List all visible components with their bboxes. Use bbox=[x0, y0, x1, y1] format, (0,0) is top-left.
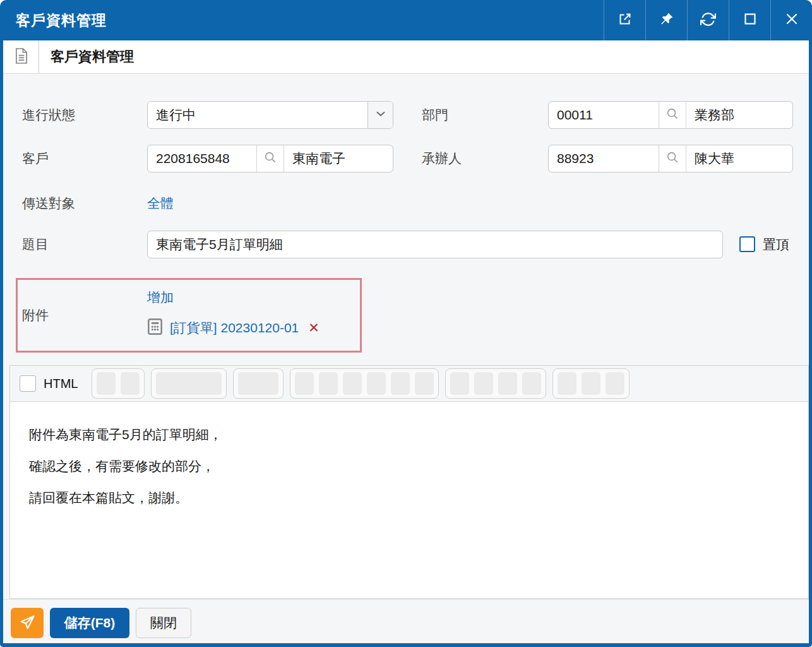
department-code-input[interactable] bbox=[549, 102, 659, 128]
handler-lookup: 陳大華 bbox=[548, 145, 793, 172]
toolbar-button-placeholder[interactable] bbox=[450, 372, 469, 395]
editor-text-line: 請回覆在本篇貼文，謝謝。 bbox=[29, 482, 789, 514]
editor-toolbar: HTML bbox=[10, 366, 808, 402]
department-search-button[interactable] bbox=[659, 102, 686, 128]
attachment-label: 附件 bbox=[22, 280, 49, 351]
toolbar-button-placeholder[interactable] bbox=[606, 372, 624, 395]
document-icon-cell bbox=[3, 40, 39, 73]
window-title: 客戶資料管理 bbox=[0, 0, 604, 40]
maximize-button[interactable] bbox=[729, 0, 770, 40]
attachment-remove-button[interactable]: ✕ bbox=[308, 320, 319, 336]
attachment-file-icon bbox=[147, 318, 163, 338]
content-editor: HTML 附件為東南電子5月的訂單明細， 確認之後，有需要修改的部分， 請回覆在… bbox=[9, 365, 809, 599]
pin-top-checkbox[interactable] bbox=[739, 236, 755, 252]
toolbar-button-placeholder[interactable] bbox=[121, 372, 140, 395]
pin-top-label: 置頂 bbox=[763, 231, 789, 258]
attachment-file-link[interactable]: [訂貨單] 20230120-01 bbox=[170, 319, 299, 337]
subject-label: 題目 bbox=[22, 231, 49, 258]
dialog-window: 客戶資料管理 bbox=[0, 0, 812, 647]
titlebar: 客戶資料管理 bbox=[0, 0, 812, 40]
dialog-body: 客戶資料管理 進行狀態 進行中 部門 bbox=[3, 40, 809, 643]
page-header: 客戶資料管理 bbox=[3, 40, 809, 74]
customer-lookup: 東南電子 bbox=[147, 145, 393, 172]
department-label: 部門 bbox=[422, 101, 448, 129]
toolbar-button-placeholder[interactable] bbox=[343, 372, 362, 395]
department-lookup: 業務部 bbox=[548, 101, 793, 129]
toolbar-button-placeholder[interactable] bbox=[474, 372, 493, 395]
refresh-button[interactable] bbox=[687, 0, 729, 40]
close-button[interactable] bbox=[770, 0, 812, 40]
toolbar-button-placeholder[interactable] bbox=[558, 372, 576, 395]
handler-name: 陳大華 bbox=[686, 145, 792, 172]
toolbar-button-placeholder[interactable] bbox=[97, 372, 116, 395]
attachment-item: [訂貨單] 20230120-01 ✕ bbox=[147, 318, 319, 338]
document-icon bbox=[14, 47, 28, 67]
toolbar-button-placeholder[interactable] bbox=[498, 372, 517, 395]
status-select-arrow[interactable] bbox=[367, 102, 393, 128]
toolbar-group bbox=[233, 368, 284, 399]
maximize-icon bbox=[743, 11, 758, 29]
search-icon bbox=[263, 150, 278, 167]
toolbar-button-placeholder[interactable] bbox=[319, 372, 338, 395]
open-new-window-icon bbox=[618, 11, 633, 29]
customer-label: 客戶 bbox=[22, 145, 49, 172]
toolbar-button-placeholder[interactable] bbox=[156, 372, 222, 395]
paper-plane-icon bbox=[18, 613, 36, 633]
editor-content[interactable]: 附件為東南電子5月的訂單明細， 確認之後，有需要修改的部分， 請回覆在本篇貼文，… bbox=[10, 402, 808, 531]
toolbar-button-placeholder[interactable] bbox=[295, 372, 314, 395]
toolbar-button-placeholder[interactable] bbox=[522, 372, 541, 395]
toolbar-button-placeholder[interactable] bbox=[391, 372, 410, 395]
toolbar-button-placeholder[interactable] bbox=[238, 372, 278, 395]
toolbar-group bbox=[445, 368, 546, 399]
save-button[interactable]: 儲存(F8) bbox=[50, 608, 129, 638]
chevron-down-icon bbox=[374, 107, 388, 123]
handler-label: 承辦人 bbox=[422, 145, 462, 172]
toolbar-group bbox=[92, 368, 145, 399]
pin-button[interactable] bbox=[645, 0, 687, 40]
customer-name: 東南電子 bbox=[284, 145, 393, 172]
attachment-section: 附件 增加 [訂貨單] 20230120-01 ✕ bbox=[16, 278, 362, 353]
recipient-label: 傳送對象 bbox=[22, 191, 75, 216]
subject-input[interactable] bbox=[147, 231, 723, 258]
attachment-add-link[interactable]: 增加 bbox=[147, 289, 174, 306]
send-button[interactable] bbox=[11, 608, 44, 638]
editor-text-line: 附件為東南電子5月的訂單明細， bbox=[29, 419, 789, 450]
handler-search-button[interactable] bbox=[659, 145, 686, 172]
toolbar-group bbox=[290, 368, 439, 399]
html-mode-label: HTML bbox=[44, 377, 78, 391]
recipient-link[interactable]: 全體 bbox=[147, 191, 174, 216]
department-name: 業務部 bbox=[686, 102, 792, 128]
handler-code-input[interactable] bbox=[549, 145, 659, 172]
customer-code-input[interactable] bbox=[148, 145, 256, 172]
pin-icon bbox=[659, 11, 674, 29]
close-dialog-button[interactable]: 關閉 bbox=[136, 608, 191, 638]
editor-text-line: 確認之後，有需要修改的部分， bbox=[29, 450, 789, 482]
status-select-value: 進行中 bbox=[148, 102, 367, 128]
page-title: 客戶資料管理 bbox=[39, 40, 134, 73]
search-icon bbox=[666, 150, 680, 167]
toolbar-group bbox=[151, 368, 227, 399]
html-mode-checkbox[interactable] bbox=[20, 375, 36, 392]
search-icon bbox=[666, 107, 680, 124]
close-icon bbox=[784, 11, 799, 29]
toolbar-group bbox=[552, 368, 630, 399]
customer-search-button[interactable] bbox=[256, 145, 284, 172]
titlebar-actions bbox=[604, 0, 812, 40]
toolbar-button-placeholder[interactable] bbox=[582, 372, 600, 395]
refresh-icon bbox=[700, 11, 716, 30]
editor-toolbar-groups bbox=[92, 368, 630, 399]
status-label: 進行狀態 bbox=[22, 101, 75, 129]
toolbar-button-placeholder[interactable] bbox=[367, 372, 386, 395]
status-select[interactable]: 進行中 bbox=[147, 101, 393, 129]
toolbar-button-placeholder[interactable] bbox=[415, 372, 434, 395]
footer-divider bbox=[3, 599, 809, 600]
open-new-window-button[interactable] bbox=[604, 0, 645, 40]
